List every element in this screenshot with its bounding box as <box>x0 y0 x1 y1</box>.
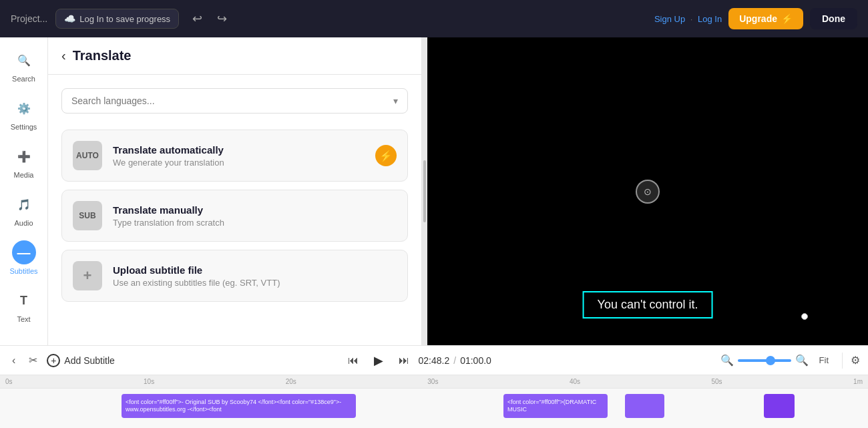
text-icon: T <box>12 288 36 312</box>
timeline: 0s 10s 20s 30s 40s 50s 1m <font color="#… <box>0 375 868 428</box>
timeline-track-4[interactable] <box>764 394 795 418</box>
ruler-mark-0s: 0s <box>5 378 13 385</box>
sidebar-search-label: Search <box>12 75 35 83</box>
upgrade-badge-icon: ⚡ <box>375 145 397 166</box>
ruler-mark-20s: 20s <box>286 378 296 385</box>
zoom-controls: 🔍 🔍 <box>720 354 809 367</box>
manual-option-desc: Type translation from scratch <box>113 218 397 228</box>
upgrade-button[interactable]: Upgrade ⚡ <box>728 8 803 29</box>
zoom-in-button[interactable]: 🔍 <box>795 354 809 367</box>
fast-forward-button[interactable]: ⏭ <box>395 352 413 369</box>
project-label: Project... <box>11 13 47 24</box>
subtitle-resize-handle[interactable] <box>801 313 808 320</box>
rewind-button[interactable]: ⏮ <box>344 352 363 369</box>
sidebar-item-media[interactable]: ➕ Media <box>3 139 45 184</box>
add-subtitle-label: Add Subtitle <box>64 355 115 366</box>
auto-option-text: Translate automatically We generate your… <box>113 144 375 168</box>
upgrade-icon: ⚡ <box>781 13 793 24</box>
add-subtitle-button[interactable]: + Add Subtitle <box>47 354 115 367</box>
signup-link[interactable]: Sign Up <box>654 14 685 24</box>
play-button[interactable]: ▶ <box>368 350 389 371</box>
track-1-text: <font color="#ff00ff">- Original SUB by … <box>126 399 352 413</box>
cloud-icon: ☁️ <box>64 13 75 24</box>
chevron-down-icon: ▾ <box>393 95 398 106</box>
sidebar-text-label: Text <box>17 315 30 323</box>
panel-header: ‹ Translate <box>48 37 421 75</box>
language-search-container[interactable]: ▾ <box>61 88 408 114</box>
search-icon: 🔍 <box>12 48 36 72</box>
sidebar-item-audio[interactable]: 🎵 Audio <box>3 187 45 232</box>
undo-redo-controls: ↩ ↪ <box>187 9 232 29</box>
timeline-tracks: <font color="#ff00ff">- Original SUB by … <box>0 389 868 428</box>
topbar-left: Project... ☁️ Log In to save progress ↩ … <box>11 9 232 29</box>
login-link[interactable]: Log In <box>698 14 722 24</box>
auth-links: Sign Up · Log In <box>654 14 722 24</box>
sidebar-icons: 🔍 Search ⚙️ Settings ➕ Media 🎵 Audio — S… <box>0 37 48 345</box>
fit-button[interactable]: Fit <box>814 353 834 368</box>
media-icon: ➕ <box>12 144 36 168</box>
ruler-mark-30s: 30s <box>427 378 438 385</box>
add-subtitle-plus-icon: + <box>47 354 60 367</box>
ruler-mark-40s: 40s <box>570 378 580 385</box>
playback-controls: ⏮ ▶ ⏭ <box>344 350 413 371</box>
panel-scrollbar[interactable] <box>423 160 426 222</box>
save-progress-label: Log In to save progress <box>79 14 170 24</box>
upload-option-title: Upload subtitle file <box>113 264 397 276</box>
sidebar-media-label: Media <box>14 171 34 179</box>
time-current: 02:48.2 <box>419 355 450 366</box>
auth-dot: · <box>690 14 693 24</box>
save-progress-button[interactable]: ☁️ Log In to save progress <box>55 9 179 29</box>
upload-option-text: Upload subtitle file Use an existing sub… <box>113 264 397 288</box>
auto-badge: AUTO <box>73 141 102 170</box>
sidebar-item-elements[interactable]: ◻ Elements <box>3 331 45 345</box>
timeline-track-2[interactable]: <font color="#ff00ff">(DRAMATIC MUSIC <box>503 394 608 418</box>
panel-title: Translate <box>73 48 132 63</box>
manual-option-text: Translate manually Type translation from… <box>113 204 397 228</box>
scissors-button[interactable]: ✂ <box>25 351 41 369</box>
time-total: 01:00.0 <box>460 355 491 366</box>
video-canvas: ⊙ You can't control it. <box>427 37 868 345</box>
undo-button[interactable]: ↩ <box>187 9 208 29</box>
audio-icon: 🎵 <box>12 192 36 216</box>
settings-icon: ⚙️ <box>12 96 36 120</box>
sidebar-item-search[interactable]: 🔍 Search <box>3 43 45 88</box>
topbar: Project... ☁️ Log In to save progress ↩ … <box>0 0 868 37</box>
ruler-mark-50s: 50s <box>711 378 722 385</box>
timeline-track-3[interactable] <box>625 394 664 418</box>
translate-auto-option[interactable]: AUTO Translate automatically We generate… <box>61 130 408 182</box>
sidebar-item-text[interactable]: T Text <box>3 283 45 329</box>
done-button[interactable]: Done <box>810 8 857 29</box>
elements-icon: ◻ <box>12 337 36 345</box>
language-search-input[interactable] <box>71 95 393 106</box>
manual-badge: SUB <box>73 201 102 230</box>
timeline-ruler: 0s 10s 20s 30s 40s 50s 1m <box>0 375 868 389</box>
sidebar-audio-label: Audio <box>14 219 33 227</box>
sidebar-subtitles-label: Subtitles <box>9 267 37 275</box>
translate-upload-option[interactable]: + Upload subtitle file Use an existing s… <box>61 250 408 302</box>
zoom-slider[interactable] <box>738 359 791 362</box>
timeline-settings-button[interactable]: ⚙ <box>851 354 860 367</box>
video-area: ⊙ You can't control it. <box>427 37 868 345</box>
upgrade-label: Upgrade <box>739 13 777 24</box>
subtitle-overlay: You can't control it. <box>583 291 713 318</box>
manual-option-title: Translate manually <box>113 204 397 216</box>
redo-button[interactable]: ↪ <box>212 9 232 29</box>
time-separator: / <box>453 355 456 366</box>
bottom-toolbar: ‹ ✂ + Add Subtitle ⏮ ▶ ⏭ 02:48.2 / 01:00… <box>0 345 868 375</box>
sidebar-settings-label: Settings <box>11 123 37 131</box>
topbar-right: Sign Up · Log In Upgrade ⚡ Done <box>654 8 857 29</box>
panel-back-button[interactable]: ‹ <box>61 48 66 63</box>
ruler-mark-1m: 1m <box>853 378 863 385</box>
ruler-marks: 0s 10s 20s 30s 40s 50s 1m <box>5 378 863 385</box>
panel-divider <box>422 37 427 345</box>
subtitles-icon: — <box>12 240 36 264</box>
video-center-indicator: ⊙ <box>636 180 660 204</box>
timeline-back-button[interactable]: ‹ <box>8 352 19 369</box>
translate-panel: ‹ Translate ▾ AUTO Translate automatical… <box>48 37 422 345</box>
translate-manual-option[interactable]: SUB Translate manually Type translation … <box>61 190 408 242</box>
auto-option-desc: We generate your translation <box>113 158 375 168</box>
sidebar-item-settings[interactable]: ⚙️ Settings <box>3 91 45 136</box>
timeline-track-1[interactable]: <font color="#ff00ff">- Original SUB by … <box>122 394 356 418</box>
sidebar-item-subtitles[interactable]: — Subtitles <box>3 235 45 280</box>
zoom-out-button[interactable]: 🔍 <box>720 354 734 367</box>
